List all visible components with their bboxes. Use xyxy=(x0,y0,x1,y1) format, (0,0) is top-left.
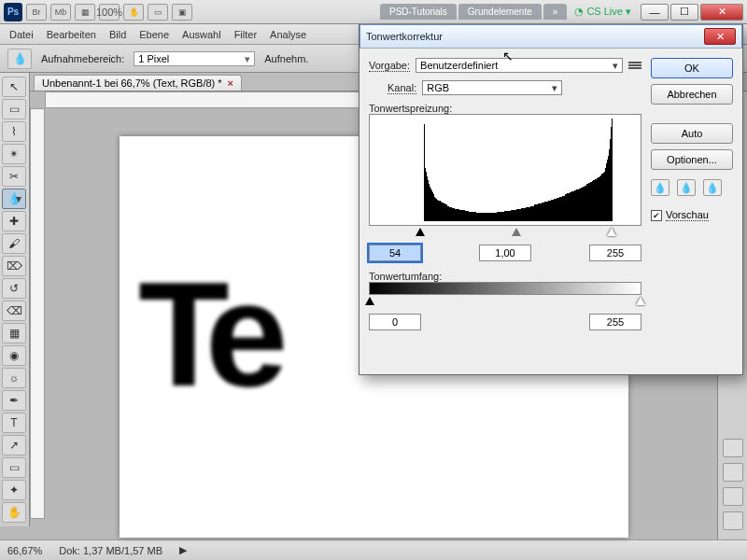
history-brush-icon[interactable]: ↺ xyxy=(2,278,26,299)
preset-select[interactable]: Benutzerdefiniert xyxy=(416,58,623,73)
dodge-tool-icon[interactable]: ☼ xyxy=(2,368,26,388)
cslive-menu[interactable]: ◔ CS Live ▾ xyxy=(574,6,631,18)
panel-icon-3[interactable] xyxy=(723,487,743,506)
black-eyedropper-icon[interactable]: 💧 xyxy=(651,179,669,196)
minimize-button[interactable]: — xyxy=(641,4,669,21)
sample-size-select[interactable]: 1 Pixel xyxy=(134,51,255,66)
status-arrow-icon[interactable]: ▶ xyxy=(179,544,187,556)
workspace-tab-1[interactable]: PSD-Tutorials xyxy=(380,4,457,20)
gradient-tool-icon[interactable]: ▦ xyxy=(2,323,26,343)
gamma-handle[interactable] xyxy=(512,228,521,236)
input-black-field[interactable]: 54 xyxy=(369,245,421,261)
brush-tool-icon[interactable]: 🖌 xyxy=(2,233,26,254)
channel-select[interactable]: RGB xyxy=(422,80,562,95)
menu-analyse[interactable]: Analyse xyxy=(270,29,306,40)
heal-tool-icon[interactable]: ✚ xyxy=(2,211,26,231)
crop-tool-icon[interactable]: ✂ xyxy=(2,166,26,187)
panel-icon-2[interactable] xyxy=(723,463,743,482)
preview-label: Vorschau xyxy=(666,209,709,221)
menu-auswahl[interactable]: Auswahl xyxy=(182,29,221,40)
dialog-titlebar[interactable]: Tonwertkorrektur ✕ xyxy=(359,24,742,49)
hand-icon[interactable]: ✋ xyxy=(123,4,144,21)
blur-tool-icon[interactable]: ◉ xyxy=(2,345,26,366)
spread-label: Tonwertspreizung: xyxy=(369,103,641,114)
preview-checkbox[interactable]: ✔ Vorschau xyxy=(651,209,733,221)
document-close-icon[interactable]: × xyxy=(228,77,233,89)
eyedropper-tool-icon[interactable]: 💧 xyxy=(2,189,26,209)
close-button[interactable]: ✕ xyxy=(700,4,743,21)
range-label: Tonwertumfang: xyxy=(369,271,641,282)
menu-bild[interactable]: Bild xyxy=(109,29,126,40)
cancel-button[interactable]: Abbrechen xyxy=(651,84,733,105)
minibridge-icon[interactable]: Mb xyxy=(50,4,71,21)
auto-button[interactable]: Auto xyxy=(651,123,733,144)
maximize-button[interactable]: ☐ xyxy=(670,4,698,21)
options-button[interactable]: Optionen... xyxy=(651,149,733,170)
hand-tool-icon[interactable]: ✋ xyxy=(2,502,26,523)
workspace-tab-2[interactable]: Grundelemente xyxy=(458,4,542,20)
output-gradient[interactable] xyxy=(369,282,641,295)
view-extras-icon[interactable]: ▦ xyxy=(75,4,95,21)
menu-bearbeiten[interactable]: Bearbeiten xyxy=(47,29,96,40)
document-tab-label: Unbenannt-1 bei 66,7% (Text, RGB/8) * xyxy=(42,77,222,89)
output-white-handle[interactable] xyxy=(636,297,645,305)
screenmode-icon[interactable]: ▣ xyxy=(172,4,192,21)
move-tool-icon[interactable]: ↖ xyxy=(2,77,26,97)
output-slider[interactable] xyxy=(369,297,641,310)
sample-label: Aufnehm. xyxy=(264,53,308,64)
app-icon: Ps xyxy=(4,3,22,21)
marquee-tool-icon[interactable]: ▭ xyxy=(2,99,26,119)
input-gamma-field[interactable]: 1,00 xyxy=(479,245,531,261)
menu-ebene[interactable]: Ebene xyxy=(139,29,169,40)
lasso-tool-icon[interactable]: ⌇ xyxy=(2,121,26,142)
white-eyedropper-icon[interactable]: 💧 xyxy=(703,179,722,196)
output-black-handle[interactable] xyxy=(365,297,374,305)
eraser-tool-icon[interactable]: ⌫ xyxy=(2,301,26,321)
white-point-handle[interactable] xyxy=(607,228,616,236)
document-tab[interactable]: Unbenannt-1 bei 66,7% (Text, RGB/8) * × xyxy=(34,75,242,91)
black-point-handle[interactable] xyxy=(416,228,425,236)
histogram[interactable] xyxy=(369,114,641,226)
check-icon: ✔ xyxy=(651,210,662,221)
pen-tool-icon[interactable]: ✒ xyxy=(2,390,26,411)
path-tool-icon[interactable]: ↗ xyxy=(2,435,26,455)
status-doc[interactable]: Dok: 1,37 MB/1,57 MB xyxy=(59,545,162,556)
levels-dialog: Tonwertkorrektur ✕ Vorgabe: Benutzerdefi… xyxy=(359,24,743,375)
stamp-tool-icon[interactable]: ⌦ xyxy=(2,256,26,276)
workspace-tabs: PSD-Tutorials Grundelemente » xyxy=(380,4,567,20)
canvas-art: Te xyxy=(138,248,275,420)
channel-label: Kanal: xyxy=(388,82,416,94)
3d-tool-icon[interactable]: ✦ xyxy=(2,480,26,500)
toolbox: ↖ ▭ ⌇ ✴ ✂ 💧 ✚ 🖌 ⌦ ↺ ⌫ ▦ ◉ ☼ ✒ T ↗ ▭ ✦ ✋ xyxy=(0,73,30,526)
zoom-select[interactable]: 100% xyxy=(99,4,120,21)
panel-icon-4[interactable] xyxy=(723,511,743,530)
status-zoom[interactable]: 66,67% xyxy=(7,545,42,556)
input-white-field[interactable]: 255 xyxy=(589,245,641,261)
eyedropper-tool-icon[interactable]: 💧 xyxy=(7,49,32,69)
panel-icon-1[interactable] xyxy=(723,439,743,457)
dialog-title: Tonwertkorrektur xyxy=(366,31,443,42)
menu-filter[interactable]: Filter xyxy=(234,29,257,40)
statusbar: 66,67% Dok: 1,37 MB/1,57 MB ▶ xyxy=(0,539,747,560)
shape-tool-icon[interactable]: ▭ xyxy=(2,457,26,478)
preset-menu-icon[interactable] xyxy=(628,59,641,72)
arrange-icon[interactable]: ▭ xyxy=(148,4,168,21)
ok-button[interactable]: OK xyxy=(651,58,733,78)
type-tool-icon[interactable]: T xyxy=(2,413,26,433)
bridge-icon[interactable]: Br xyxy=(26,4,47,21)
preset-label: Vorgabe: xyxy=(369,60,410,72)
dialog-close-icon[interactable]: ✕ xyxy=(704,28,736,45)
sample-size-label: Aufnahmebereich: xyxy=(41,53,124,64)
app-titlebar: Ps Br Mb ▦ 100% ✋ ▭ ▣ PSD-Tutorials Grun… xyxy=(0,0,747,24)
output-black-field[interactable]: 0 xyxy=(369,314,421,330)
menu-datei[interactable]: Datei xyxy=(9,29,34,40)
input-slider[interactable] xyxy=(369,228,641,241)
output-white-field[interactable]: 255 xyxy=(589,314,641,330)
workspace-more[interactable]: » xyxy=(543,4,568,20)
ruler-vertical[interactable] xyxy=(30,108,45,519)
wand-tool-icon[interactable]: ✴ xyxy=(2,144,26,164)
gray-eyedropper-icon[interactable]: 💧 xyxy=(677,179,696,196)
